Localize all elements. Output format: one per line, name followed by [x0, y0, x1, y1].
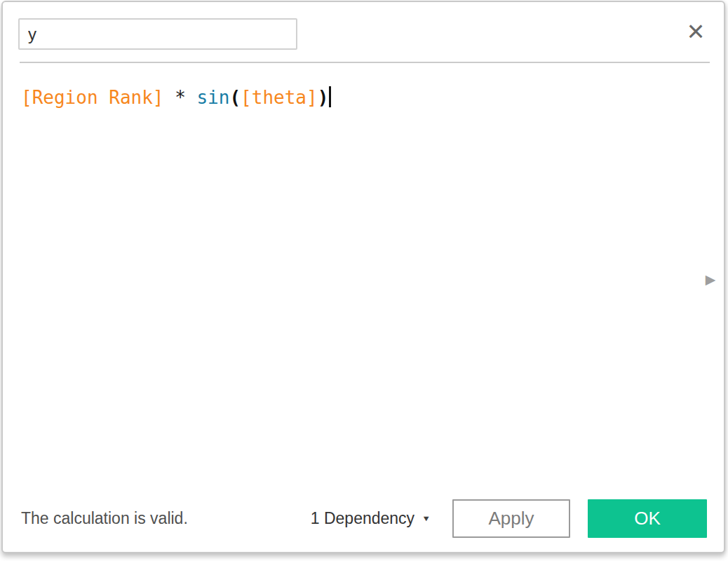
chevron-down-icon: ▼ [422, 514, 431, 523]
dialog-footer: The calculation is valid. 1 Dependency ▼… [21, 499, 707, 538]
formula-editor[interactable]: [Region Rank] * sin([theta]) [3, 63, 724, 475]
validation-status-text: The calculation is valid. [21, 509, 188, 528]
formula-token-operator: * [164, 87, 197, 108]
dependency-label: 1 Dependency [311, 509, 414, 528]
ok-button[interactable]: OK [588, 499, 707, 538]
apply-button[interactable]: Apply [452, 499, 570, 538]
formula-token-open-paren: ( [229, 87, 241, 108]
formula-token-field: [Region Rank] [21, 87, 164, 108]
calculation-name-input[interactable] [18, 18, 297, 50]
close-icon: × [687, 15, 705, 48]
text-cursor [329, 86, 331, 107]
functions-panel-expander-button[interactable]: ▶ [700, 267, 721, 292]
formula-line: [Region Rank] * sin([theta]) [21, 86, 690, 109]
formula-token-close-paren: ) [318, 87, 329, 108]
formula-token-field: [theta] [241, 87, 318, 108]
close-button[interactable]: × [680, 16, 711, 47]
calculation-editor-dialog: × [Region Rank] * sin([theta]) ▶ The cal… [1, 1, 725, 553]
formula-token-function: sin [196, 87, 229, 108]
chevron-right-icon: ▶ [706, 272, 716, 287]
calculation-editor-screen: × [Region Rank] * sin([theta]) ▶ The cal… [0, 0, 728, 561]
dependency-dropdown[interactable]: 1 Dependency ▼ [311, 509, 431, 528]
